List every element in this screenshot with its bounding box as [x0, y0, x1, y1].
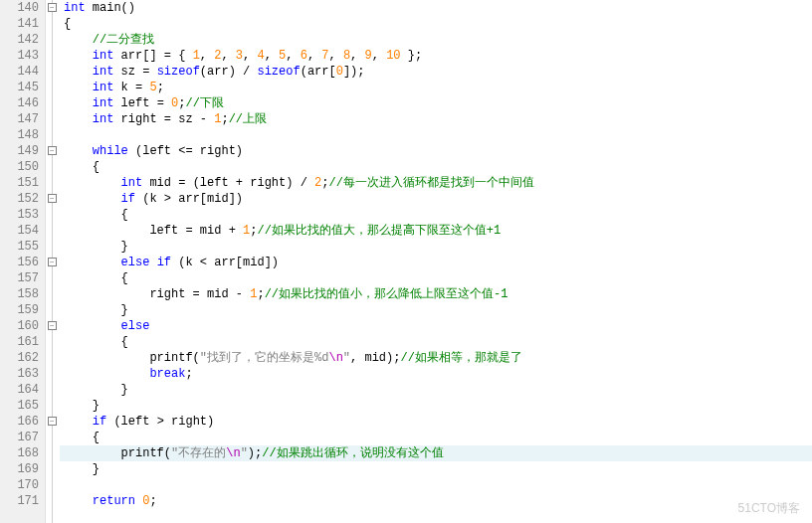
- code-line[interactable]: break;: [60, 366, 812, 382]
- line-number: 156: [0, 255, 39, 270]
- line-number: 158: [0, 286, 39, 302]
- code-editor[interactable]: 1401411421431441451461471481491501511521…: [0, 0, 812, 523]
- line-number: 147: [0, 111, 39, 127]
- line-number: 171: [0, 493, 39, 509]
- line-number: 149: [0, 143, 39, 159]
- line-number: 144: [0, 64, 39, 80]
- code-line[interactable]: else: [60, 318, 812, 334]
- line-number-gutter: 1401411421431441451461471481491501511521…: [0, 0, 46, 523]
- line-number: 145: [0, 80, 39, 95]
- fold-toggle-icon[interactable]: −: [48, 146, 57, 155]
- fold-toggle-icon[interactable]: −: [48, 258, 57, 266]
- code-line[interactable]: int left = 0;//下限: [60, 95, 812, 111]
- line-number: 166: [0, 414, 39, 430]
- line-number: 162: [0, 350, 39, 366]
- line-number: 163: [0, 366, 39, 382]
- fold-toggle-icon[interactable]: −: [48, 417, 57, 426]
- code-line[interactable]: {: [60, 207, 812, 223]
- line-number: 151: [0, 175, 39, 191]
- code-area[interactable]: int main(){ //二分查找 int arr[] = { 1, 2, 3…: [60, 0, 812, 523]
- code-line[interactable]: int mid = (left + right) / 2;//每一次进入循环都是…: [60, 175, 812, 191]
- code-line[interactable]: if (k > arr[mid]): [60, 191, 812, 207]
- code-line[interactable]: printf("不存在的\n");//如果跳出循环，说明没有这个值: [60, 445, 812, 461]
- fold-toggle-icon[interactable]: −: [48, 194, 57, 203]
- code-line[interactable]: int right = sz - 1;//上限: [60, 111, 812, 127]
- code-line[interactable]: {: [60, 159, 812, 175]
- code-line[interactable]: {: [60, 16, 812, 32]
- code-line[interactable]: else if (k < arr[mid]): [60, 255, 812, 270]
- code-line[interactable]: int main(): [60, 0, 812, 16]
- line-number: 164: [0, 382, 39, 398]
- code-line[interactable]: [60, 477, 812, 493]
- code-line[interactable]: {: [60, 334, 812, 350]
- code-line[interactable]: if (left > right): [60, 414, 812, 430]
- code-line[interactable]: {: [60, 270, 812, 286]
- code-line[interactable]: }: [60, 461, 812, 477]
- line-number: 159: [0, 302, 39, 318]
- line-number: 157: [0, 270, 39, 286]
- line-number: 143: [0, 48, 39, 64]
- line-number: 142: [0, 32, 39, 48]
- line-number: 168: [0, 445, 39, 461]
- line-number: 161: [0, 334, 39, 350]
- code-line[interactable]: return 0;: [60, 493, 812, 509]
- line-number: 165: [0, 398, 39, 414]
- line-number: 170: [0, 477, 39, 493]
- line-number: 169: [0, 461, 39, 477]
- line-number: 152: [0, 191, 39, 207]
- fold-toggle-icon[interactable]: −: [48, 3, 57, 12]
- line-number: 148: [0, 127, 39, 143]
- line-number: 141: [0, 16, 39, 32]
- fold-toggle-icon[interactable]: −: [48, 321, 57, 330]
- code-line[interactable]: left = mid + 1;//如果比找的值大，那么提高下限至这个值+1: [60, 223, 812, 239]
- code-line[interactable]: [60, 127, 812, 143]
- line-number: 167: [0, 430, 39, 445]
- code-line[interactable]: int k = 5;: [60, 80, 812, 95]
- line-number: 150: [0, 159, 39, 175]
- line-number: 154: [0, 223, 39, 239]
- code-line[interactable]: printf("找到了，它的坐标是%d\n", mid);//如果相等，那就是了: [60, 350, 812, 366]
- code-line[interactable]: right = mid - 1;//如果比找的值小，那么降低上限至这个值-1: [60, 286, 812, 302]
- line-number: 140: [0, 0, 39, 16]
- code-line[interactable]: int arr[] = { 1, 2, 3, 4, 5, 6, 7, 8, 9,…: [60, 48, 812, 64]
- fold-column[interactable]: −−−−−−: [46, 0, 60, 523]
- code-line[interactable]: }: [60, 398, 812, 414]
- code-line[interactable]: }: [60, 382, 812, 398]
- code-line[interactable]: }: [60, 239, 812, 255]
- code-line[interactable]: }: [60, 302, 812, 318]
- code-line[interactable]: //二分查找: [60, 32, 812, 48]
- code-line[interactable]: int sz = sizeof(arr) / sizeof(arr[0]);: [60, 64, 812, 80]
- line-number: 160: [0, 318, 39, 334]
- line-number: 146: [0, 95, 39, 111]
- code-line[interactable]: {: [60, 430, 812, 445]
- line-number: 155: [0, 239, 39, 255]
- line-number: 153: [0, 207, 39, 223]
- code-line[interactable]: while (left <= right): [60, 143, 812, 159]
